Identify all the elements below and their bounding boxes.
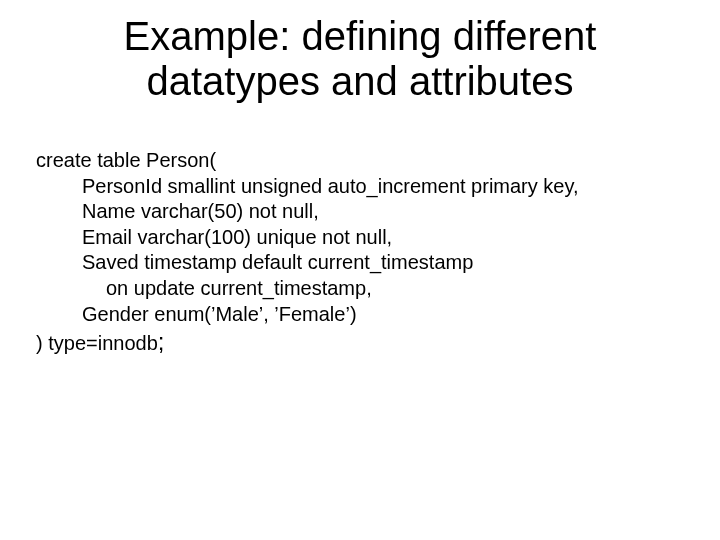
slide: Example: defining different datatypes an…: [0, 0, 720, 540]
code-line: Email varchar(100) unique not null,: [36, 225, 684, 251]
code-line: PersonId smallint unsigned auto_incremen…: [36, 174, 684, 200]
code-line: create table Person(: [36, 148, 684, 174]
code-line: on update current_timestamp,: [36, 276, 684, 302]
title-line-2: datatypes and attributes: [0, 59, 720, 104]
semicolon: ;: [158, 328, 165, 355]
code-line: Saved timestamp default current_timestam…: [36, 250, 684, 276]
code-line: ) type=innodb;: [36, 327, 684, 358]
code-text: ) type=innodb: [36, 332, 158, 354]
slide-title: Example: defining different datatypes an…: [0, 14, 720, 104]
code-block: create table Person( PersonId smallint u…: [36, 148, 684, 358]
code-line: Gender enum(’Male’, ’Female’): [36, 302, 684, 328]
code-line: Name varchar(50) not null,: [36, 199, 684, 225]
title-line-1: Example: defining different: [0, 14, 720, 59]
